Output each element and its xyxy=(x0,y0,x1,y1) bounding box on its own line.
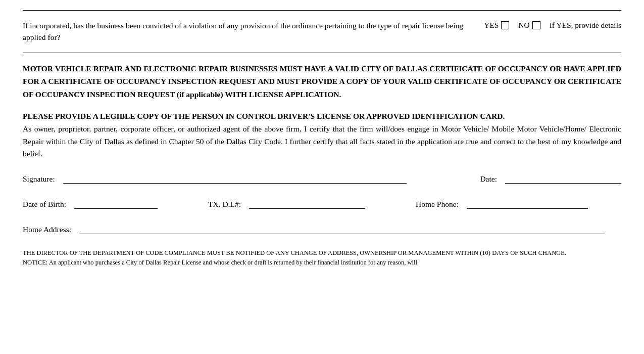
phone-field: Home Phone: xyxy=(416,198,588,209)
section-divider xyxy=(23,53,621,53)
phone-line xyxy=(467,198,588,209)
question-row: If incorporated, has the business been c… xyxy=(23,20,621,43)
yes-checkbox[interactable] xyxy=(501,21,509,29)
dob-label: Date of Birth: xyxy=(23,200,66,209)
notice-text-2: NOTICE: An applicant who purchases a Cit… xyxy=(23,258,621,268)
phone-label: Home Phone: xyxy=(416,200,459,209)
yes-text: YES xyxy=(484,21,499,30)
date-line xyxy=(505,172,621,184)
no-text: NO xyxy=(518,21,529,30)
notice-text-1: THE DIRECTOR OF THE DEPARTMENT OF CODE C… xyxy=(23,248,621,258)
date-label: Date: xyxy=(480,174,497,184)
dob-line xyxy=(74,198,158,209)
question-text: If incorporated, has the business been c… xyxy=(23,20,479,43)
please-bold: PLEASE PROVIDE A LEGIBLE COPY OF THE PER… xyxy=(23,110,621,123)
top-divider xyxy=(23,10,621,11)
txdl-line xyxy=(249,198,365,209)
please-section: PLEASE PROVIDE A LEGIBLE COPY OF THE PER… xyxy=(23,110,621,160)
notice-section: THE DIRECTOR OF THE DEPARTMENT OF CODE C… xyxy=(23,248,621,268)
please-normal: As owner, proprietor, partner, corporate… xyxy=(23,123,621,160)
address-label: Home Address: xyxy=(23,225,71,234)
dob-field: Date of Birth: xyxy=(23,198,158,209)
no-label: NO xyxy=(518,21,540,30)
dob-txdl-phone-row: Date of Birth: TX. D.L#: Home Phone: xyxy=(23,198,621,209)
bold-section: MOTOR VEHICLE REPAIR AND ELECTRONIC REPA… xyxy=(23,62,621,101)
signature-label: Signature: xyxy=(23,174,55,184)
signature-date-row: Signature: Date: xyxy=(23,172,621,184)
section-one: If incorporated, has the business been c… xyxy=(23,20,621,43)
yes-label: YES xyxy=(484,21,509,30)
address-row: Home Address: xyxy=(23,223,621,234)
no-checkbox[interactable] xyxy=(532,21,540,29)
txdl-label: TX. D.L#: xyxy=(208,200,241,209)
address-line xyxy=(79,223,605,234)
txdl-field: TX. D.L#: xyxy=(208,198,365,209)
signature-section: Signature: Date: Date of Birth: TX. D.L#… xyxy=(23,172,621,234)
yes-no-row: YES NO If YES, provide details xyxy=(484,20,621,30)
signature-line xyxy=(63,172,407,184)
if-yes-text: If YES, provide details xyxy=(550,21,621,30)
